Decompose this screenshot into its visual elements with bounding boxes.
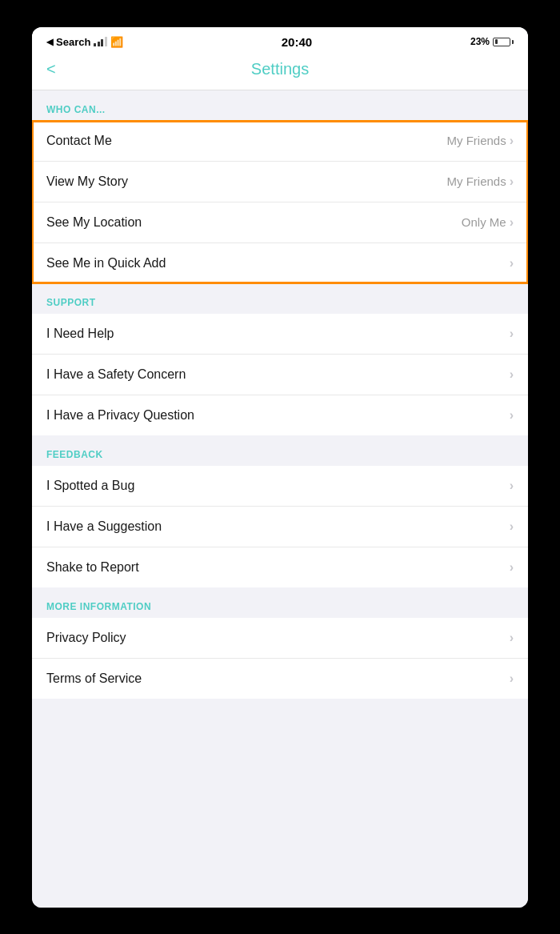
shake-report-label: Shake to Report [46, 560, 139, 575]
quick-add-label: See Me in Quick Add [46, 256, 166, 271]
screen: ◀ Search 📶 20:40 23% [32, 27, 528, 908]
who-can-header: WHO CAN... [32, 90, 528, 121]
see-my-location-label: See My Location [46, 215, 142, 230]
suggestion-chevron-icon: › [510, 519, 514, 534]
privacy-policy-item[interactable]: Privacy Policy › [32, 618, 528, 659]
view-my-story-item[interactable]: View My Story My Friends › [32, 162, 528, 202]
contact-me-item[interactable]: Contact Me My Friends › [32, 121, 528, 162]
view-my-story-label: View My Story [46, 174, 128, 189]
terms-of-service-label: Terms of Service [46, 671, 142, 686]
contact-me-right: My Friends › [446, 134, 514, 148]
safety-concern-chevron-icon: › [510, 367, 514, 382]
battery-tip [512, 40, 514, 44]
privacy-policy-label: Privacy Policy [46, 631, 126, 645]
signal-bar-1 [94, 43, 96, 46]
spotted-bug-label: I Spotted a Bug [46, 479, 134, 493]
signal-bar-3 [101, 39, 103, 46]
back-arrow-small: ◀ [46, 37, 53, 47]
safety-concern-label: I Have a Safety Concern [46, 367, 186, 382]
signal-bars-icon [94, 37, 107, 46]
battery-percentage: 23% [470, 36, 490, 47]
more-info-section: MORE INFORMATION Privacy Policy › Terms … [32, 587, 528, 699]
see-my-location-value: Only Me [462, 215, 506, 229]
contact-me-label: Contact Me [46, 134, 112, 148]
nav-bar: < Settings [32, 54, 528, 90]
see-my-location-right: Only Me › [462, 215, 514, 230]
feedback-list: I Spotted a Bug › I Have a Suggestion › … [32, 466, 528, 587]
feedback-header: FEEDBACK [32, 435, 528, 466]
quick-add-chevron-icon: › [510, 256, 514, 271]
status-left: ◀ Search 📶 [46, 36, 123, 48]
phone-frame: ◀ Search 📶 20:40 23% [0, 0, 560, 934]
more-info-header: MORE INFORMATION [32, 587, 528, 618]
status-right: 23% [470, 36, 514, 47]
who-can-section: WHO CAN... Contact Me My Friends › View … [32, 90, 528, 283]
view-my-story-chevron-icon: › [510, 174, 514, 189]
back-button[interactable]: < [46, 60, 56, 78]
shake-report-chevron-icon: › [510, 560, 514, 575]
battery-fill [495, 39, 498, 44]
terms-of-service-chevron-icon: › [510, 671, 514, 686]
battery-body [493, 38, 510, 46]
support-section: SUPPORT I Need Help › I Have a Safety Co… [32, 283, 528, 435]
contact-me-value: My Friends [446, 134, 506, 147]
privacy-policy-chevron-icon: › [510, 631, 514, 645]
feedback-label: FEEDBACK [46, 449, 103, 460]
privacy-question-chevron-icon: › [510, 408, 514, 423]
more-info-list: Privacy Policy › Terms of Service › [32, 618, 528, 699]
spotted-bug-item[interactable]: I Spotted a Bug › [32, 466, 528, 507]
quick-add-item[interactable]: See Me in Quick Add › [32, 243, 528, 283]
who-can-list: Contact Me My Friends › View My Story My… [32, 121, 528, 283]
more-info-label: MORE INFORMATION [46, 601, 151, 612]
quick-add-right: › [510, 256, 514, 271]
suggestion-label: I Have a Suggestion [46, 519, 162, 534]
contact-me-chevron-icon: › [510, 134, 514, 148]
support-header: SUPPORT [32, 283, 528, 314]
need-help-label: I Need Help [46, 327, 114, 341]
spotted-bug-chevron-icon: › [510, 479, 514, 493]
status-bar: ◀ Search 📶 20:40 23% [32, 27, 528, 54]
wifi-icon: 📶 [110, 36, 123, 48]
terms-of-service-item[interactable]: Terms of Service › [32, 659, 528, 699]
carrier-label: Search [56, 36, 90, 48]
signal-bar-2 [98, 42, 100, 46]
need-help-item[interactable]: I Need Help › [32, 314, 528, 355]
view-my-story-right: My Friends › [446, 174, 514, 189]
signal-bar-4 [105, 37, 107, 46]
see-my-location-chevron-icon: › [510, 215, 514, 230]
who-can-label: WHO CAN... [46, 104, 106, 115]
need-help-chevron-icon: › [510, 327, 514, 341]
status-time: 20:40 [282, 35, 312, 49]
safety-concern-item[interactable]: I Have a Safety Concern › [32, 355, 528, 395]
view-my-story-value: My Friends [446, 174, 506, 188]
suggestion-item[interactable]: I Have a Suggestion › [32, 507, 528, 547]
page-title: Settings [251, 60, 309, 78]
support-label: SUPPORT [46, 297, 96, 308]
privacy-question-item[interactable]: I Have a Privacy Question › [32, 395, 528, 435]
feedback-section: FEEDBACK I Spotted a Bug › I Have a Sugg… [32, 435, 528, 587]
scroll-area[interactable]: WHO CAN... Contact Me My Friends › View … [32, 90, 528, 908]
battery-icon [493, 38, 514, 46]
see-my-location-item[interactable]: See My Location Only Me › [32, 202, 528, 243]
support-list: I Need Help › I Have a Safety Concern › … [32, 314, 528, 435]
privacy-question-label: I Have a Privacy Question [46, 408, 194, 423]
shake-report-item[interactable]: Shake to Report › [32, 547, 528, 587]
